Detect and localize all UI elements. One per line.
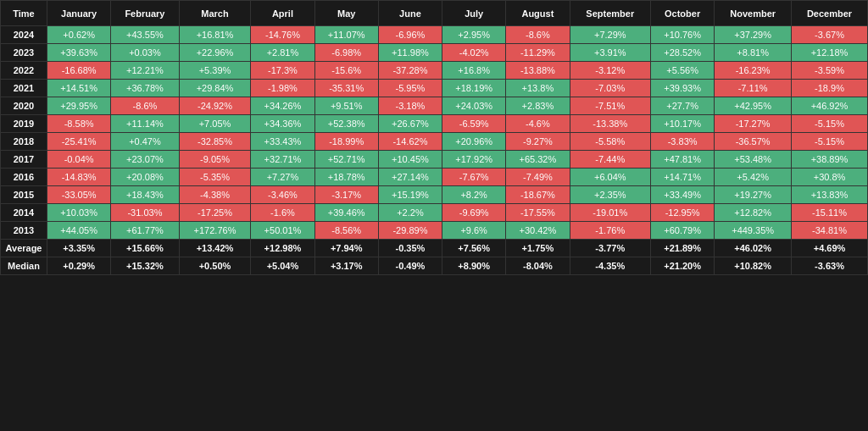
value-cell: +11.07% bbox=[314, 26, 378, 44]
value-cell: -34.81% bbox=[792, 222, 868, 240]
table-row: 2017-0.04%+23.07%-9.05%+32.71%+52.71%+10… bbox=[1, 151, 868, 169]
value-cell: +10.45% bbox=[378, 151, 442, 169]
year-cell: 2013 bbox=[1, 222, 47, 240]
value-cell: +14.51% bbox=[47, 80, 111, 97]
month-header-september: September bbox=[570, 1, 651, 26]
value-cell: +3.91% bbox=[570, 44, 651, 62]
footer-value: +5.04% bbox=[251, 257, 314, 275]
value-cell: -19.01% bbox=[570, 204, 651, 222]
year-cell: 2016 bbox=[1, 169, 47, 186]
value-cell: +43.55% bbox=[111, 26, 179, 44]
value-cell: +0.03% bbox=[111, 44, 179, 62]
value-cell: -17.25% bbox=[179, 204, 251, 222]
value-cell: -18.67% bbox=[506, 186, 570, 204]
value-cell: +20.08% bbox=[111, 169, 179, 186]
value-cell: +47.81% bbox=[651, 151, 715, 169]
footer-value: -0.35% bbox=[378, 240, 442, 257]
value-cell: -11.29% bbox=[506, 44, 570, 62]
value-cell: -7.03% bbox=[570, 80, 651, 97]
value-cell: -16.23% bbox=[715, 62, 792, 80]
value-cell: +27.14% bbox=[378, 169, 442, 186]
value-cell: -15.6% bbox=[314, 62, 378, 80]
month-header-march: March bbox=[179, 1, 251, 26]
value-cell: -7.67% bbox=[442, 169, 506, 186]
value-cell: -6.59% bbox=[442, 115, 506, 133]
value-cell: +26.67% bbox=[378, 115, 442, 133]
value-cell: +36.78% bbox=[111, 80, 179, 97]
value-cell: -32.85% bbox=[179, 133, 251, 151]
footer-value: +1.75% bbox=[506, 240, 570, 257]
value-cell: -4.02% bbox=[442, 44, 506, 62]
value-cell: -13.38% bbox=[570, 115, 651, 133]
year-cell: 2017 bbox=[1, 151, 47, 169]
value-cell: -7.49% bbox=[506, 169, 570, 186]
footer-value: -4.35% bbox=[570, 257, 651, 275]
value-cell: +7.27% bbox=[251, 169, 314, 186]
footer-value: -3.77% bbox=[570, 240, 651, 257]
value-cell: +2.83% bbox=[506, 97, 570, 115]
value-cell: -5.15% bbox=[792, 115, 868, 133]
value-cell: -4.6% bbox=[506, 115, 570, 133]
month-header-october: October bbox=[651, 1, 715, 26]
value-cell: -8.6% bbox=[506, 26, 570, 44]
value-cell: -12.95% bbox=[651, 204, 715, 222]
footer-value: +13.42% bbox=[179, 240, 251, 257]
value-cell: -7.44% bbox=[570, 151, 651, 169]
value-cell: +27.7% bbox=[651, 97, 715, 115]
value-cell: -17.55% bbox=[506, 204, 570, 222]
month-header-january: January bbox=[47, 1, 111, 26]
value-cell: +2.2% bbox=[378, 204, 442, 222]
value-cell: +449.35% bbox=[715, 222, 792, 240]
value-cell: +33.43% bbox=[251, 133, 314, 151]
month-header-may: May bbox=[314, 1, 378, 26]
table-row: 2016-14.83%+20.08%-5.35%+7.27%+18.78%+27… bbox=[1, 169, 868, 186]
footer-value: +46.02% bbox=[715, 240, 792, 257]
value-cell: +42.95% bbox=[715, 97, 792, 115]
value-cell: -3.67% bbox=[792, 26, 868, 44]
value-cell: +10.76% bbox=[651, 26, 715, 44]
footer-row: Average+3.35%+15.66%+13.42%+12.98%+7.94%… bbox=[1, 240, 868, 257]
value-cell: +12.18% bbox=[792, 44, 868, 62]
table-row: 2021+14.51%+36.78%+29.84%-1.98%-35.31%-5… bbox=[1, 80, 868, 97]
month-header-april: April bbox=[251, 1, 314, 26]
value-cell: +29.95% bbox=[47, 97, 111, 115]
value-cell: -1.6% bbox=[251, 204, 314, 222]
value-cell: +10.17% bbox=[651, 115, 715, 133]
table-body: 2024+0.62%+43.55%+16.81%-14.76%+11.07%-6… bbox=[1, 26, 868, 240]
footer-value: +21.89% bbox=[651, 240, 715, 257]
value-cell: +18.43% bbox=[111, 186, 179, 204]
value-cell: -5.95% bbox=[378, 80, 442, 97]
year-cell: 2022 bbox=[1, 62, 47, 80]
value-cell: -31.03% bbox=[111, 204, 179, 222]
footer-label: Median bbox=[1, 257, 47, 275]
value-cell: +24.03% bbox=[442, 97, 506, 115]
table-row: 2018-25.41%+0.47%-32.85%+33.43%-18.99%-1… bbox=[1, 133, 868, 151]
value-cell: -24.92% bbox=[179, 97, 251, 115]
value-cell: -7.51% bbox=[570, 97, 651, 115]
value-cell: +20.96% bbox=[442, 133, 506, 151]
footer-value: +15.66% bbox=[111, 240, 179, 257]
table-row: 2015-33.05%+18.43%-4.38%-3.46%-3.17%+15.… bbox=[1, 186, 868, 204]
table-row: 2023+39.63%+0.03%+22.96%+2.81%-6.98%+11.… bbox=[1, 44, 868, 62]
value-cell: +34.36% bbox=[251, 115, 314, 133]
value-cell: +14.71% bbox=[651, 169, 715, 186]
value-cell: +29.84% bbox=[179, 80, 251, 97]
value-cell: +50.01% bbox=[251, 222, 314, 240]
value-cell: +13.83% bbox=[792, 186, 868, 204]
value-cell: -13.88% bbox=[506, 62, 570, 80]
year-cell: 2020 bbox=[1, 97, 47, 115]
value-cell: +8.2% bbox=[442, 186, 506, 204]
year-cell: 2019 bbox=[1, 115, 47, 133]
value-cell: -14.62% bbox=[378, 133, 442, 151]
footer-value: -0.49% bbox=[378, 257, 442, 275]
value-cell: +9.51% bbox=[314, 97, 378, 115]
value-cell: -17.3% bbox=[251, 62, 314, 80]
value-cell: +0.62% bbox=[47, 26, 111, 44]
value-cell: -8.56% bbox=[314, 222, 378, 240]
table-row: 2022-16.68%+12.21%+5.39%-17.3%-15.6%-37.… bbox=[1, 62, 868, 80]
time-header: Time bbox=[1, 1, 47, 26]
table-row: 2024+0.62%+43.55%+16.81%-14.76%+11.07%-6… bbox=[1, 26, 868, 44]
footer-label: Average bbox=[1, 240, 47, 257]
value-cell: +12.21% bbox=[111, 62, 179, 80]
value-cell: +52.71% bbox=[314, 151, 378, 169]
